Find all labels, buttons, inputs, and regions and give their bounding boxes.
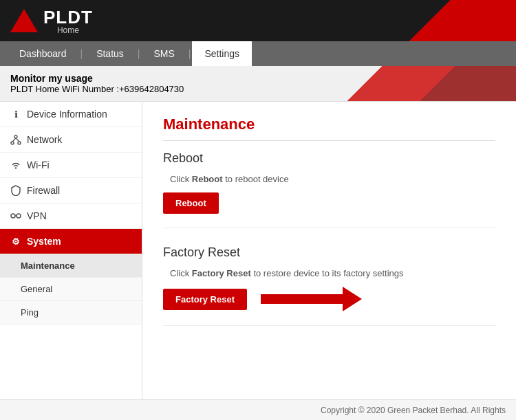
- sidebar: ℹ Device Information Network Wi-: [0, 102, 142, 399]
- sidebar-sub-label-ping: Ping: [21, 307, 39, 318]
- reboot-section-desc: Click Reboot to reboot device: [163, 174, 495, 184]
- sidebar-sub-label-maintenance: Maintenance: [21, 261, 75, 271]
- logo: PLDT Home: [10, 7, 93, 35]
- sidebar-item-firewall[interactable]: Firewall: [0, 178, 142, 203]
- svg-point-2: [18, 142, 21, 144]
- sidebar-item-wifi[interactable]: Wi-Fi: [0, 153, 142, 178]
- banner-subtitle: PLDT Home WiFi Number :+639642804730: [10, 84, 506, 94]
- page-title: Maintenance: [163, 115, 495, 141]
- sidebar-label-wifi: Wi-Fi: [27, 159, 50, 170]
- sidebar-sub-label-general: General: [21, 284, 52, 294]
- sidebar-item-system[interactable]: ⚙ System: [0, 229, 142, 254]
- logo-brand: PLDT: [43, 7, 93, 27]
- reboot-desc-prefix: Click: [170, 174, 192, 184]
- nav-divider-3: |: [187, 48, 193, 59]
- main-layout: ℹ Device Information Network Wi-: [0, 102, 516, 399]
- svg-point-6: [17, 214, 21, 218]
- arrow-body: [261, 294, 343, 304]
- tab-status[interactable]: Status: [84, 41, 136, 66]
- nav-divider-1: |: [79, 48, 85, 59]
- factory-desc-suffix: to restore device to its factory setting…: [251, 268, 404, 278]
- vpn-icon: [10, 210, 21, 221]
- content-area: Maintenance Reboot Click Reboot to reboo…: [142, 102, 516, 399]
- header-decoration: [378, 0, 516, 41]
- reboot-section: Reboot Click Reboot to reboot device Reb…: [163, 151, 495, 228]
- factory-reset-section-desc: Click Factory Reset to restore device to…: [163, 268, 495, 278]
- factory-reset-row: Factory Reset: [163, 287, 495, 311]
- banner-title: Monitor my usage: [10, 73, 506, 84]
- factory-reset-section: Factory Reset Click Factory Reset to res…: [163, 245, 495, 326]
- info-icon: ℹ: [10, 109, 21, 120]
- tab-sms[interactable]: SMS: [141, 41, 186, 66]
- sidebar-item-network[interactable]: Network: [0, 127, 142, 153]
- factory-reset-section-title: Factory Reset: [163, 245, 495, 260]
- sidebar-label-system: System: [27, 236, 61, 247]
- logo-text-block: PLDT Home: [43, 7, 93, 35]
- svg-point-5: [11, 214, 15, 218]
- wifi-icon: [10, 159, 21, 170]
- sidebar-sub-item-ping[interactable]: Ping: [0, 301, 142, 324]
- tab-dashboard[interactable]: Dashboard: [7, 41, 79, 66]
- sidebar-label-device-info: Device Information: [27, 109, 107, 120]
- system-icon: ⚙: [10, 236, 21, 247]
- arrow-indicator: [261, 287, 362, 311]
- nav-divider-2: |: [136, 48, 142, 59]
- logo-triangle: [10, 9, 38, 32]
- sidebar-sub-item-maintenance[interactable]: Maintenance: [0, 254, 142, 278]
- sidebar-label-vpn: VPN: [27, 210, 47, 221]
- sidebar-label-firewall: Firewall: [27, 185, 60, 196]
- sidebar-item-device-information[interactable]: ℹ Device Information: [0, 102, 142, 127]
- svg-line-4: [16, 138, 19, 142]
- factory-desc-prefix: Click: [170, 268, 192, 278]
- nav-tabs: Dashboard | Status | SMS | Settings: [0, 41, 516, 66]
- reboot-desc-suffix: to reboot device: [223, 174, 289, 184]
- sidebar-item-vpn[interactable]: VPN: [0, 203, 142, 229]
- svg-line-3: [12, 138, 16, 142]
- arrow-head: [343, 287, 362, 311]
- firewall-icon: [10, 185, 21, 196]
- reboot-desc-bold: Reboot: [192, 174, 223, 184]
- sidebar-sub-item-general[interactable]: General: [0, 278, 142, 301]
- footer: Copyright © 2020 Green Packet Berhad. Al…: [0, 399, 516, 420]
- tab-settings[interactable]: Settings: [192, 41, 252, 66]
- factory-reset-button[interactable]: Factory Reset: [163, 289, 247, 310]
- network-icon: [10, 134, 21, 145]
- banner: Monitor my usage PLDT Home WiFi Number :…: [0, 66, 516, 102]
- sidebar-label-network: Network: [27, 134, 62, 145]
- reboot-section-title: Reboot: [163, 151, 495, 166]
- reboot-button[interactable]: Reboot: [163, 192, 219, 214]
- header: PLDT Home: [0, 0, 516, 41]
- footer-text: Copyright © 2020 Green Packet Berhad. Al…: [321, 406, 506, 415]
- svg-point-1: [11, 142, 14, 144]
- svg-point-0: [14, 135, 17, 138]
- factory-desc-bold: Factory Reset: [192, 268, 251, 278]
